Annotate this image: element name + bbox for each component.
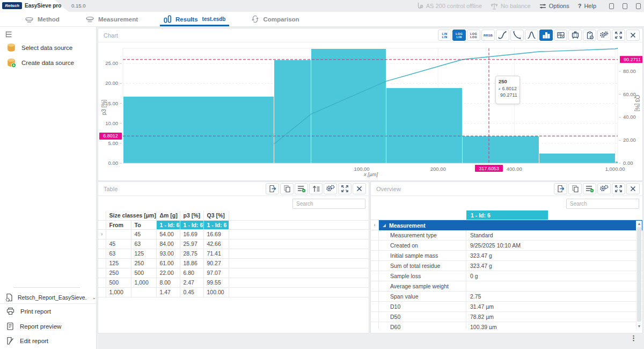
table-copy-button[interactable] — [280, 183, 294, 194]
chart-panel-title: Chart — [104, 32, 118, 39]
table-settings-button[interactable] — [324, 183, 337, 194]
cumulative-curve-button[interactable] — [496, 30, 509, 41]
more-options-icon[interactable]: ⋮ — [630, 334, 637, 342]
overview-row[interactable]: D5078.82 µm — [371, 312, 642, 322]
table-header-row-2: From To 1 - Id: 6 1 - Id: 6 1 - Id: 6 — [98, 220, 369, 229]
series-header-p3[interactable]: 1 - Id: 6 — [180, 220, 203, 229]
series-header-q3[interactable]: 1 - Id: 6 — [203, 220, 229, 229]
overview-row[interactable]: Created on9/25/2025 10:10 AM — [371, 241, 642, 251]
svg-text:317.6053: 317.6053 — [479, 166, 499, 171]
overview-search-row — [371, 197, 642, 210]
window-maximize-button[interactable] — [623, 3, 627, 9]
scroll-down-icon[interactable]: ▼ — [636, 324, 642, 328]
column-dm[interactable]: Δm [g] — [156, 211, 180, 220]
print-report-button[interactable]: Print report — [6, 307, 51, 315]
help-button[interactable]: ? Help — [578, 3, 596, 9]
overview-row[interactable]: Sum of total residue323.47 g — [371, 261, 642, 271]
cumulative-curve-icon — [498, 31, 507, 39]
overview-settings-button[interactable] — [597, 183, 611, 194]
scroll-up-icon[interactable]: ▲ — [636, 222, 642, 226]
chart-settings-button[interactable] — [597, 30, 611, 41]
column-p3[interactable]: p3 [%] — [180, 211, 203, 220]
table-row[interactable]: 1,0001.470.45100.00 — [98, 287, 369, 297]
copy-chart-button[interactable] — [583, 30, 596, 41]
overview-export-button[interactable] — [554, 183, 567, 194]
svg-text:60.00: 60.00 — [623, 91, 636, 97]
chart-close-button[interactable] — [626, 30, 640, 41]
table-row[interactable]: 6312593.0028.7571.41 — [98, 249, 369, 258]
tab-method[interactable]: Method — [25, 12, 60, 26]
overview-panel: Overview — [370, 181, 643, 333]
scrollbar-thumb[interactable] — [637, 227, 641, 322]
results-file-name: test.esdb — [202, 16, 226, 22]
device-status[interactable]: AS 200 control offline — [416, 2, 482, 10]
axis-log-lin-button[interactable]: LOG LIN — [452, 30, 466, 41]
window-minimize-button[interactable] — [609, 3, 614, 9]
table-row[interactable]: 25050022.006.8097.07 — [98, 268, 369, 278]
table-row[interactable]: 5001,0008.002.4799.55 — [98, 278, 369, 287]
sidebar-item-select-data-source[interactable]: Select data source — [6, 43, 72, 53]
chart-fullscreen-button[interactable] — [612, 30, 625, 41]
table-row[interactable]: 456384.0025.9742.66 — [98, 239, 369, 249]
overview-row[interactable]: Average sample weight — [371, 281, 642, 292]
overview-search-input[interactable] — [566, 199, 639, 209]
column-to[interactable]: To — [131, 220, 156, 229]
tooltip-histogram-icon — [499, 86, 500, 91]
edit-report-button[interactable]: Edit report — [6, 337, 48, 345]
sidebar-item-create-data-source[interactable]: Create data source — [6, 58, 74, 68]
column-size-classes[interactable]: Size classes [µm] — [106, 211, 156, 220]
sort-icon — [312, 185, 320, 193]
column-from[interactable]: From — [106, 220, 131, 229]
table-body: ›4554.0016.6916.69456384.0025.9742.66631… — [98, 229, 369, 297]
overview-close-button[interactable] — [626, 183, 640, 194]
svg-text:0.00: 0.00 — [623, 160, 633, 166]
easysieve-window: { "titlebar": { "brand": "Retsch", "prod… — [0, 0, 644, 349]
overview-series-header[interactable]: 1 - Id: 6 — [466, 210, 548, 220]
overview-scrollbar[interactable]: ▲ ▼ — [636, 221, 642, 329]
report-preview-button[interactable]: Report preview — [6, 322, 61, 330]
series-header-dm[interactable]: 1 - Id: 6 — [156, 220, 180, 229]
table-close-button[interactable] — [353, 183, 366, 194]
overview-row[interactable]: D1031.47 µm — [371, 302, 642, 312]
overview-row[interactable]: Measurement typeStandard — [371, 230, 642, 241]
table-toolbar — [266, 183, 366, 194]
overview-row[interactable]: Span value2.75 — [371, 292, 642, 302]
data-grid-button[interactable] — [554, 30, 567, 41]
report-template-dropdown[interactable]: Retsch_Report_EasySieve. ⌄ — [0, 291, 96, 304]
overview-rows: Measurement typeStandardCreated on9/25/2… — [371, 230, 642, 329]
table-fullscreen-button[interactable] — [338, 183, 352, 194]
tab-results[interactable]: Results test.esdb — [164, 12, 225, 26]
table-search-input[interactable] — [292, 199, 365, 209]
retained-curve-button[interactable] — [510, 30, 524, 41]
window-close-button[interactable] — [636, 3, 641, 9]
balance-status[interactable]: No balance — [491, 3, 531, 10]
overview-group-row-measurement[interactable]: › Measurement — [371, 220, 642, 230]
svg-text:25.00: 25.00 — [105, 60, 118, 66]
table-export-button[interactable] — [266, 183, 279, 194]
overview-row-options-button[interactable] — [583, 183, 596, 194]
overview-row[interactable]: Initial sample mass323.47 g — [371, 251, 642, 261]
histogram-button[interactable] — [539, 30, 553, 41]
help-icon: ? — [578, 3, 582, 9]
density-curve-button[interactable] — [525, 30, 538, 41]
overview-row[interactable]: Sample loss0 g — [371, 271, 642, 281]
tab-measurement[interactable]: Measurement — [85, 12, 138, 26]
density-curve-icon — [527, 31, 536, 39]
table-row[interactable]: 12525061.0018.8690.27 — [98, 258, 369, 268]
axis-lin-lin-button[interactable]: LIN LIN — [438, 30, 451, 41]
axis-rrsb-button[interactable]: RRSB — [481, 30, 495, 41]
sidebar-menu-icon[interactable] — [5, 31, 12, 38]
options-button[interactable]: Options — [539, 3, 569, 9]
tab-comparison[interactable]: Comparison — [251, 12, 299, 26]
table-row[interactable]: ›4554.0016.6916.69 — [98, 229, 369, 239]
overview-fullscreen-button[interactable] — [612, 183, 625, 194]
overview-copy-button[interactable] — [568, 183, 582, 194]
column-q3[interactable]: Q3 [%] — [203, 211, 229, 220]
axis-log-log-button[interactable]: LOG LOG — [467, 30, 480, 41]
chart-plot[interactable]: 0.005.0010.0015.0020.0025.000.0020.0040.… — [98, 43, 642, 180]
table-sort-button[interactable] — [309, 183, 323, 194]
table-row-options-button[interactable] — [295, 183, 308, 194]
overview-row[interactable]: D60100.39 µm — [371, 322, 642, 329]
report-file-icon — [5, 293, 13, 302]
sieve-shaker-button[interactable] — [568, 30, 582, 41]
